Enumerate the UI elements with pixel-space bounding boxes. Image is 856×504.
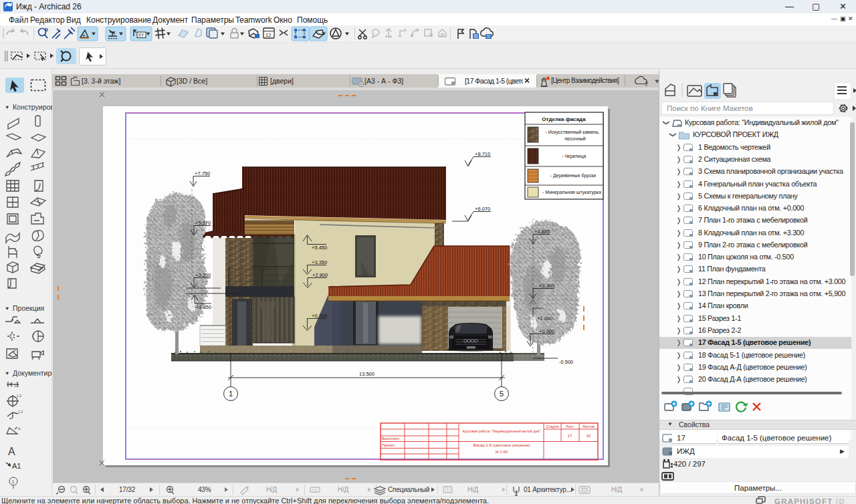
svg-text:1.2: 1.2 (17, 394, 21, 398)
svg-text:- Минеральная штукатурка: - Минеральная штукатурка (542, 190, 601, 195)
svg-text:+1.800: +1.800 (537, 316, 552, 322)
svg-text:+4.885: +4.885 (534, 229, 550, 235)
svg-text:XY: XY (138, 33, 144, 37)
svg-text:+0.000: +0.000 (539, 328, 554, 334)
svg-text:Стадия: Стадия (546, 424, 559, 428)
svg-text:Конструирова: Конструирова (13, 103, 52, 111)
svg-text:+6.070: +6.070 (475, 206, 490, 212)
svg-text:-0.500: -0.500 (559, 359, 573, 365)
svg-text:▼: ▼ (5, 370, 9, 376)
svg-text:Проекция: Проекция (13, 304, 44, 312)
svg-text:A1: A1 (12, 462, 21, 470)
svg-text:Фасад 1-5 (цветовое решение): Фасад 1-5 (цветовое решение) (473, 443, 530, 447)
svg-text:- Деревянные бруски: - Деревянные бруски (550, 173, 597, 178)
svg-text:+0.700: +0.700 (312, 313, 327, 319)
svg-text:1.2: 1.2 (18, 410, 23, 414)
svg-text:+2.800: +2.800 (312, 272, 328, 278)
svg-text:- Искусственный камень,: - Искусственный камень, (546, 130, 600, 135)
svg-text:+2.850: +2.850 (196, 304, 211, 310)
svg-text:+2.300: +2.300 (539, 283, 554, 289)
svg-text:A: A (8, 446, 15, 457)
svg-text:М 1:60: М 1:60 (496, 450, 508, 454)
svg-text:5: 5 (500, 390, 504, 398)
svg-text:13.500: 13.500 (359, 371, 374, 377)
svg-text:32: 32 (586, 434, 591, 438)
svg-text:+5.450: +5.450 (312, 245, 327, 251)
svg-text:1.2: 1.2 (14, 384, 19, 388)
svg-text:Выполнил: Выполнил (382, 436, 399, 440)
svg-text:α: α (18, 426, 21, 430)
svg-text:+5.570: +5.570 (195, 220, 211, 226)
svg-text:+3.250: +3.250 (195, 272, 211, 278)
svg-text:1: 1 (12, 479, 15, 484)
svg-text:Листов: Листов (582, 424, 595, 428)
svg-text:Документиров: Документиров (13, 369, 52, 377)
svg-text:Курсовая работа: "Индивидуальн: Курсовая работа: "Индивидуальный жилой д… (463, 429, 541, 433)
svg-text:Лист: Лист (566, 424, 574, 428)
svg-text:+8.710: +8.710 (475, 151, 490, 157)
svg-text:▼: ▼ (5, 104, 9, 110)
svg-text:17: 17 (568, 434, 572, 438)
svg-text:песочный: песочный (564, 136, 586, 141)
svg-text:Отделка фасада: Отделка фасада (542, 116, 586, 122)
svg-text:+3.350: +3.350 (312, 259, 327, 265)
svg-text:12: 12 (265, 32, 271, 38)
svg-text:▼: ▼ (5, 305, 9, 311)
svg-text:- Черепица: - Черепица (562, 154, 586, 159)
svg-text:+7.750: +7.750 (195, 170, 210, 176)
svg-text:1: 1 (229, 390, 233, 398)
svg-text:Принял: Принял (382, 443, 395, 447)
